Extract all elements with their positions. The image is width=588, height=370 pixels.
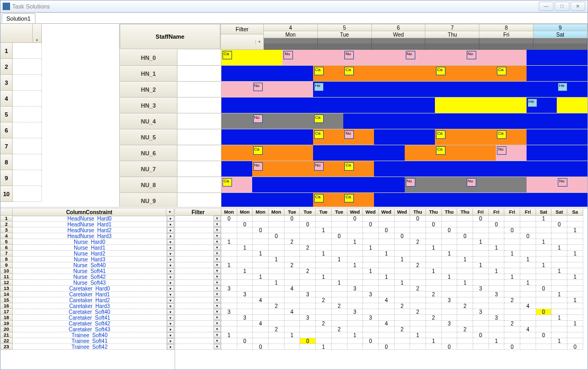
value-cell[interactable] <box>442 257 458 262</box>
dropdown-icon[interactable]: ▾ <box>167 315 174 321</box>
value-cell[interactable] <box>504 315 520 321</box>
value-cell[interactable] <box>300 321 316 327</box>
task-tag[interactable]: Nu <box>467 51 476 59</box>
value-cell[interactable] <box>457 309 473 315</box>
grid-cell[interactable] <box>13 43 42 59</box>
grid-cell[interactable] <box>13 107 42 122</box>
value-cell[interactable] <box>221 233 237 239</box>
value-cell[interactable] <box>269 286 284 292</box>
dropdown-icon[interactable]: ▾ <box>167 309 174 315</box>
value-cell[interactable] <box>379 292 395 297</box>
value-cell[interactable] <box>316 338 332 344</box>
value-cell[interactable] <box>269 251 284 257</box>
value-cell[interactable] <box>332 338 348 344</box>
value-cell[interactable] <box>379 280 395 286</box>
day-column-header[interactable]: Tue <box>332 209 348 216</box>
value-cell[interactable] <box>457 338 473 344</box>
value-cell[interactable]: 1 <box>426 338 442 344</box>
value-cell[interactable] <box>504 292 520 297</box>
value-cell[interactable] <box>253 315 269 321</box>
value-cell[interactable] <box>410 280 426 286</box>
grid-cell[interactable] <box>13 59 42 75</box>
value-cell[interactable]: 1 <box>284 332 300 338</box>
minimize-button[interactable]: — <box>539 2 554 11</box>
day-column-header[interactable]: Thu <box>442 209 458 216</box>
value-cell[interactable] <box>253 280 269 286</box>
value-cell[interactable] <box>348 268 363 274</box>
value-cell[interactable]: 1 <box>332 280 348 286</box>
value-cell[interactable] <box>567 233 583 239</box>
value-cell[interactable]: 1 <box>316 227 332 233</box>
value-cell[interactable]: 2 <box>410 262 426 268</box>
value-cell[interactable]: 1 <box>520 280 536 286</box>
grid-cell[interactable] <box>13 75 42 91</box>
value-cell[interactable] <box>332 292 348 297</box>
value-cell[interactable] <box>395 297 411 303</box>
task-tag[interactable]: Nu <box>253 83 263 91</box>
constraint-name[interactable]: HeadNurse_Hard0 <box>13 216 167 222</box>
value-cell[interactable] <box>332 262 348 268</box>
value-cell[interactable] <box>237 233 253 239</box>
value-cell[interactable]: 0 <box>379 227 395 233</box>
value-cell[interactable] <box>551 297 567 303</box>
day-cell[interactable]: Nu <box>221 82 282 97</box>
value-cell[interactable] <box>457 216 473 222</box>
value-cell[interactable] <box>395 286 411 292</box>
value-cell[interactable] <box>504 262 520 268</box>
value-cell[interactable]: 3 <box>473 286 489 292</box>
value-cell[interactable] <box>253 286 269 292</box>
day-cell[interactable] <box>527 193 587 207</box>
dropdown-icon[interactable]: ▾ <box>33 24 42 43</box>
day-column-header[interactable]: Mon <box>253 209 269 216</box>
value-cell[interactable] <box>363 309 379 315</box>
staff-name[interactable]: HN_2 <box>120 82 177 98</box>
value-cell[interactable] <box>473 292 489 297</box>
day-column-header[interactable]: Wed <box>348 209 363 216</box>
filter-dropdown-icon[interactable]: ▾ <box>255 40 263 44</box>
value-cell[interactable]: 0 <box>536 286 552 292</box>
day-cell[interactable]: Nu <box>466 50 527 65</box>
day-column-header[interactable]: Sat <box>551 209 567 216</box>
value-cell[interactable]: 1 <box>316 251 332 257</box>
value-cell[interactable] <box>284 280 300 286</box>
value-cell[interactable] <box>473 327 489 332</box>
day-number-header[interactable]: 9 <box>533 24 587 31</box>
value-cell[interactable] <box>221 257 237 262</box>
filter-cell[interactable] <box>177 193 221 207</box>
value-cell[interactable]: 2 <box>300 245 316 251</box>
value-cell[interactable] <box>426 227 442 233</box>
value-cell[interactable] <box>316 280 332 286</box>
value-cell[interactable]: 1 <box>536 239 552 245</box>
value-cell[interactable] <box>442 233 458 239</box>
value-cell[interactable] <box>457 227 473 233</box>
value-cell[interactable]: 1 <box>348 239 363 245</box>
value-cell[interactable]: 1 <box>551 245 567 251</box>
value-cell[interactable] <box>520 268 536 274</box>
value-cell[interactable]: 4 <box>520 327 536 332</box>
value-cell[interactable]: 0 <box>442 227 458 233</box>
task-tag[interactable]: He <box>528 99 537 107</box>
value-cell[interactable] <box>269 321 284 327</box>
dropdown-icon[interactable]: ▾ <box>213 257 221 262</box>
value-cell[interactable] <box>442 239 458 245</box>
staff-name[interactable]: NU_8 <box>120 177 177 193</box>
value-cell[interactable] <box>395 344 411 350</box>
value-cell[interactable] <box>536 233 552 239</box>
filter-header[interactable]: Filter <box>175 209 221 216</box>
day-column-header[interactable]: Mon <box>221 209 237 216</box>
filter-cell[interactable] <box>177 66 221 82</box>
value-cell[interactable] <box>221 303 237 309</box>
value-cell[interactable] <box>379 216 395 222</box>
day-column-header[interactable]: Fri <box>520 209 536 216</box>
value-cell[interactable] <box>567 239 583 245</box>
value-cell[interactable] <box>332 286 348 292</box>
value-cell[interactable] <box>520 216 536 222</box>
value-cell[interactable] <box>300 327 316 332</box>
day-cell[interactable] <box>282 98 343 113</box>
task-tag[interactable]: Nu <box>406 51 415 59</box>
value-cell[interactable] <box>269 262 284 268</box>
day-cell[interactable]: Nu <box>466 145 527 161</box>
value-cell[interactable] <box>551 274 567 280</box>
dropdown-icon[interactable]: ▾ <box>167 251 174 257</box>
task-tag[interactable]: Ca <box>314 67 324 75</box>
